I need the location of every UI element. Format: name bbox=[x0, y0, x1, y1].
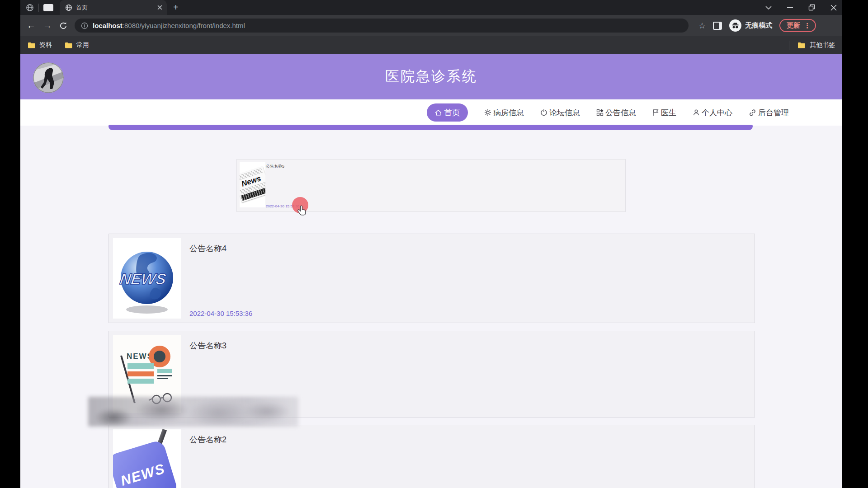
globe-news-word: NEWS bbox=[119, 270, 167, 287]
carousel-top-band bbox=[108, 125, 753, 130]
nav-item-wards[interactable]: 病房信息 bbox=[484, 108, 524, 118]
new-tab-button[interactable]: + bbox=[173, 2, 179, 13]
browser-toolbar: ← → localhost:8080/yiyuanjizhenxitong/fr… bbox=[20, 15, 842, 36]
window-controls bbox=[765, 0, 840, 15]
url-path: :8080/yiyuanjizhenxitong/front/index.htm… bbox=[123, 22, 245, 29]
url-text[interactable]: localhost:8080/yiyuanjizhenxitong/front/… bbox=[93, 22, 245, 29]
divider bbox=[789, 41, 789, 50]
gear-icon bbox=[484, 109, 491, 116]
bookmark-star-icon[interactable]: ☆ bbox=[698, 21, 706, 31]
grid-icon bbox=[596, 109, 604, 116]
nav-item-announcements[interactable]: 公告信息 bbox=[596, 108, 636, 118]
nav-label: 个人中心 bbox=[702, 108, 732, 118]
tab-bar: 首页 + bbox=[20, 0, 842, 15]
censored-blur-region bbox=[88, 397, 298, 427]
forward-icon[interactable]: → bbox=[43, 20, 52, 31]
screen-share-icon[interactable] bbox=[43, 4, 53, 11]
hand-cursor-icon bbox=[297, 205, 307, 217]
close-icon[interactable] bbox=[830, 5, 837, 11]
cube-news-word: NEWS bbox=[118, 460, 167, 488]
tab-close-icon[interactable] bbox=[157, 5, 162, 10]
globe-icon[interactable] bbox=[26, 4, 34, 12]
folder-icon bbox=[797, 42, 805, 48]
nav-label: 首页 bbox=[444, 107, 460, 118]
incognito-label: 无痕模式 bbox=[745, 21, 772, 30]
link-icon bbox=[749, 109, 756, 117]
person-icon bbox=[693, 109, 700, 116]
bookmark-folder-changyong[interactable]: 常用 bbox=[65, 41, 89, 49]
tab-favicon-globe-icon bbox=[65, 4, 72, 11]
browser-window: 首页 + bbox=[20, 0, 842, 488]
announcement-title: 公告名称5 bbox=[266, 164, 284, 169]
announcement-image-globe: NEWS bbox=[113, 238, 181, 319]
minimize-icon[interactable] bbox=[787, 7, 793, 8]
nav-label: 后台管理 bbox=[758, 108, 789, 118]
power-icon bbox=[540, 109, 547, 116]
desktop: 首页 + bbox=[0, 0, 868, 488]
announcement-image-newspaper: News bbox=[240, 162, 265, 207]
announcement-title: 公告名称3 bbox=[189, 340, 226, 351]
nav-label: 论坛信息 bbox=[549, 108, 580, 118]
divider bbox=[38, 4, 39, 12]
bookmark-label: 资料 bbox=[39, 41, 52, 49]
nav-item-forum[interactable]: 论坛信息 bbox=[540, 108, 580, 118]
update-label: 更新 bbox=[787, 21, 800, 30]
web-page: 医院急诊系统 首页 病房信息 bbox=[20, 54, 842, 488]
side-panel-icon[interactable] bbox=[713, 22, 722, 30]
announcement-date: 2022-04-30 15:53:36 bbox=[189, 310, 252, 317]
more-menu-icon[interactable]: ⋮ bbox=[804, 22, 811, 29]
announcement-card[interactable]: NEWS 公告名称2 bbox=[108, 425, 755, 488]
news-cube: NEWS bbox=[113, 439, 179, 488]
announcement-image-news-cube: NEWS bbox=[113, 429, 181, 488]
site-header: 医院急诊系统 bbox=[20, 54, 842, 99]
incognito-icon bbox=[729, 19, 741, 32]
tab-title: 首页 bbox=[76, 4, 154, 12]
nav-item-doctors[interactable]: 医生 bbox=[652, 108, 676, 118]
folder-icon bbox=[65, 42, 72, 48]
reload-icon[interactable] bbox=[59, 22, 67, 30]
nav-label: 公告信息 bbox=[605, 108, 636, 118]
nav-label: 医生 bbox=[661, 108, 676, 118]
nav-item-home[interactable]: 首页 bbox=[427, 103, 468, 122]
update-button[interactable]: 更新 ⋮ bbox=[779, 19, 816, 32]
restore-icon[interactable] bbox=[808, 4, 815, 11]
other-bookmarks[interactable]: 其他书签 bbox=[810, 41, 835, 49]
flag-icon bbox=[652, 109, 659, 116]
chevron-down-icon[interactable] bbox=[765, 6, 772, 9]
back-icon[interactable]: ← bbox=[27, 20, 36, 31]
announcement-card[interactable]: NEWS 公告名称4 2022-04-30 15:53:36 bbox=[108, 234, 755, 323]
bookmark-folder-ziliao[interactable]: 资料 bbox=[28, 41, 52, 49]
nav-item-profile[interactable]: 个人中心 bbox=[693, 108, 732, 118]
info-icon[interactable] bbox=[81, 22, 88, 29]
nav-item-admin[interactable]: 后台管理 bbox=[749, 108, 789, 118]
main-nav: 首页 病房信息 论坛信息 bbox=[20, 99, 842, 126]
url-bar[interactable]: localhost:8080/yiyuanjizhenxitong/front/… bbox=[75, 19, 689, 33]
announcement-title: 公告名称2 bbox=[189, 434, 226, 445]
incognito-indicator: 无痕模式 bbox=[729, 19, 772, 32]
url-host: localhost bbox=[93, 22, 123, 29]
home-icon bbox=[434, 109, 442, 117]
announcement-title: 公告名称4 bbox=[189, 243, 226, 254]
active-tab[interactable]: 首页 bbox=[60, 0, 167, 15]
page-title: 医院急诊系统 bbox=[20, 67, 842, 86]
nav-label: 病房信息 bbox=[493, 108, 524, 118]
bookmarks-bar: 资料 常用 其他书签 bbox=[20, 36, 842, 54]
bookmark-label: 常用 bbox=[76, 41, 89, 49]
folder-icon bbox=[28, 42, 35, 48]
